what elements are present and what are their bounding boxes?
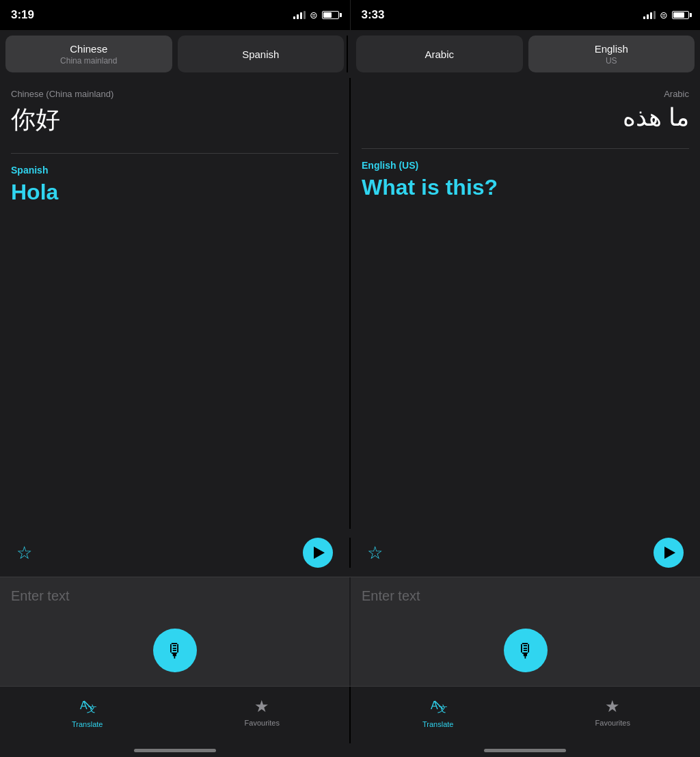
left-mic-button[interactable]: 🎙 <box>153 629 197 672</box>
left-nav-translate[interactable]: A 文 Translate <box>64 696 111 728</box>
action-bar: ☆ ☆ <box>0 529 700 577</box>
right-wifi-icon: ⊜ <box>660 10 668 20</box>
main-content: Chinese (China mainland) 你好 Spanish Hola… <box>0 78 700 529</box>
left-action-panel: ☆ <box>0 538 351 568</box>
left-translate-label: Translate <box>72 720 103 728</box>
right-translate-label: Translate <box>422 720 453 728</box>
left-divider <box>11 153 338 154</box>
left-input-placeholder: Enter text <box>11 588 338 604</box>
left-favourites-icon: ★ <box>254 697 269 716</box>
left-translated-text: Hola <box>11 180 338 205</box>
tab-spanish[interactable]: Spanish <box>178 36 345 72</box>
right-play-icon <box>664 547 675 559</box>
tab-english-sub: US <box>606 56 617 66</box>
left-signal <box>293 11 306 19</box>
home-indicators <box>0 743 700 757</box>
right-lang-tabs: Arabic English US <box>353 36 695 72</box>
right-time: 3:33 <box>362 8 385 22</box>
right-input-placeholder: Enter text <box>362 588 689 604</box>
right-nav-favourites[interactable]: ★ Favourites <box>589 697 636 727</box>
right-nav: A 文 Translate ★ Favourites <box>351 687 700 743</box>
right-translate-icon: A 文 <box>429 696 447 717</box>
right-home-bar <box>484 749 566 752</box>
right-status-icons: ⊜ <box>643 10 689 20</box>
right-action-panel: ☆ <box>351 538 700 568</box>
right-mic-icon: 🎙 <box>516 639 535 662</box>
left-favourites-label: Favourites <box>245 719 280 727</box>
left-nav: A 文 Translate ★ Favourites <box>0 687 351 743</box>
left-original-text: 你好 <box>11 103 338 137</box>
right-translated-lang-label: English (US) <box>362 160 689 171</box>
right-original-lang-label: Arabic <box>362 89 689 99</box>
lang-tabs-row: Chinese China mainland Spanish Arabic En… <box>0 30 700 78</box>
right-favourites-label: Favourites <box>595 719 630 727</box>
left-play-button[interactable] <box>303 538 333 568</box>
left-lang-tabs: Chinese China mainland Spanish <box>5 36 348 72</box>
tab-arabic-name: Arabic <box>425 49 454 60</box>
left-home-indicator <box>0 743 350 757</box>
left-time: 3:19 <box>11 8 34 22</box>
tab-english[interactable]: English US <box>528 36 695 72</box>
right-translated-text: What is this? <box>362 175 689 200</box>
right-input-panel[interactable]: Enter text 🎙 <box>351 577 700 686</box>
left-original-lang-label: Chinese (China mainland) <box>11 89 338 99</box>
tab-chinese-name: Chinese <box>70 43 107 55</box>
tab-chinese-sub: China mainland <box>60 56 117 66</box>
right-original-text: ما هذه <box>362 103 689 132</box>
right-translation-panel: Arabic ما هذه English (US) What is this? <box>351 78 700 529</box>
right-nav-translate[interactable]: A 文 Translate <box>414 696 462 728</box>
bottom-nav: A 文 Translate ★ Favourites A 文 Translate <box>0 686 700 743</box>
right-divider <box>362 148 689 149</box>
left-status-bar: 3:19 ⊜ <box>0 0 351 30</box>
tab-english-name: English <box>595 43 628 55</box>
left-battery-icon <box>322 11 339 19</box>
left-mic-icon: 🎙 <box>165 639 185 662</box>
right-battery-icon <box>672 11 689 19</box>
left-play-icon <box>314 547 325 559</box>
right-mic-button[interactable]: 🎙 <box>504 629 548 672</box>
status-bars: 3:19 ⊜ 3:33 ⊜ <box>0 0 700 30</box>
left-favourite-button[interactable]: ☆ <box>16 544 32 562</box>
left-status-icons: ⊜ <box>293 10 339 20</box>
left-translate-icon: A 文 <box>79 696 96 717</box>
input-area: Enter text 🎙 Enter text 🎙 <box>0 577 700 686</box>
right-favourites-icon: ★ <box>605 697 620 716</box>
left-translation-panel: Chinese (China mainland) 你好 Spanish Hola <box>0 78 351 529</box>
right-favourite-button[interactable]: ☆ <box>367 544 383 562</box>
right-home-indicator <box>350 743 700 757</box>
tab-arabic[interactable]: Arabic <box>356 36 523 72</box>
right-signal <box>643 11 656 19</box>
left-input-panel[interactable]: Enter text 🎙 <box>0 577 351 686</box>
left-home-bar <box>134 749 216 752</box>
right-status-bar: 3:33 ⊜ <box>351 0 701 30</box>
left-translated-lang-label: Spanish <box>11 165 338 176</box>
left-wifi-icon: ⊜ <box>310 10 318 20</box>
tab-spanish-name: Spanish <box>242 49 279 60</box>
right-play-button[interactable] <box>654 538 684 568</box>
tab-chinese[interactable]: Chinese China mainland <box>5 36 172 72</box>
left-nav-favourites[interactable]: ★ Favourites <box>238 697 286 727</box>
